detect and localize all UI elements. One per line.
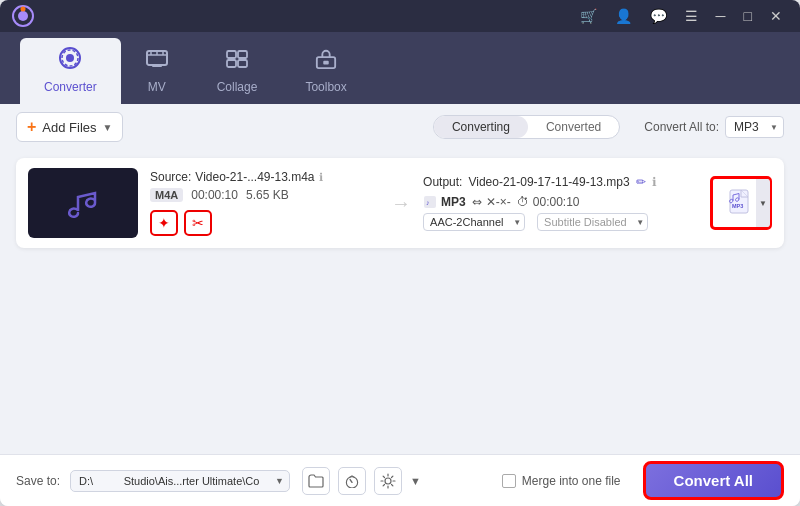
menu-icon[interactable]: ☰ [679, 6, 704, 26]
mv-icon [145, 48, 169, 76]
svg-rect-10 [227, 60, 236, 67]
svg-rect-11 [238, 60, 247, 67]
file-size: 5.65 KB [246, 188, 289, 202]
tab-toolbox-label: Toolbox [305, 80, 346, 94]
save-path-input[interactable] [70, 470, 290, 492]
file-output-section: Output: Video-21-09-17-11-49-13.mp3 ✏ ℹ … [423, 175, 698, 231]
svg-point-4 [66, 54, 74, 62]
tab-toolbox[interactable]: Toolbox [281, 40, 370, 104]
music-note-icon [63, 185, 103, 221]
convert-all-to-label: Convert All to: [644, 120, 719, 134]
folder-browse-button[interactable] [302, 467, 330, 495]
convert-all-to-section: Convert All to: MP3 MP4 AAC [644, 116, 784, 138]
output-info-icon[interactable]: ℹ [652, 175, 657, 189]
user-icon[interactable]: 👤 [609, 6, 638, 26]
source-filename: Video-21-...49-13.m4a [195, 170, 314, 184]
clock-icon: ⏱ [517, 195, 529, 209]
svg-point-2 [21, 7, 26, 12]
resize-icon: ⇔ [472, 195, 482, 209]
settings-button[interactable] [374, 467, 402, 495]
add-files-caret-icon: ▼ [103, 122, 113, 133]
convert-all-button[interactable]: Convert All [643, 461, 784, 500]
bottom-bar: Save to: ▼ [0, 454, 800, 506]
add-files-button[interactable]: + Add Files ▼ [16, 112, 123, 142]
tab-mv-label: MV [148, 80, 166, 94]
tab-mv[interactable]: MV [121, 40, 193, 104]
format-select-wrap: MP3 MP4 AAC [725, 116, 784, 138]
chat-icon[interactable]: 💬 [644, 6, 673, 26]
clip-button[interactable]: ✦ [150, 210, 178, 236]
mp3-file-icon: MP3 [727, 189, 755, 217]
window-controls: 🛒 👤 💬 ☰ ─ □ ✕ [574, 6, 788, 26]
title-bar: 🛒 👤 💬 ☰ ─ □ ✕ [0, 0, 800, 32]
svg-point-19 [385, 478, 391, 484]
arrow-right-icon: → [391, 192, 411, 215]
converted-tab[interactable]: Converted [528, 116, 619, 138]
output-source-row: Output: Video-21-09-17-11-49-13.mp3 ✏ ℹ [423, 175, 698, 189]
file-meta-row: M4A 00:00:10 5.65 KB [150, 188, 379, 202]
output-duration-value: 00:00:10 [533, 195, 580, 209]
svg-rect-7 [152, 65, 162, 67]
converting-tab[interactable]: Converting [434, 116, 528, 138]
empty-drop-area [0, 310, 800, 454]
cut-button[interactable]: ✂ [184, 210, 212, 236]
output-format-label: MP3 [441, 195, 466, 209]
file-action-buttons: ✦ ✂ [150, 210, 379, 236]
plus-icon: + [27, 118, 36, 136]
channel-select[interactable]: AAC-2Channel AAC-1Channel [423, 213, 525, 231]
output-format-section: ♪ MP3 [423, 195, 466, 209]
status-tab-switcher: Converting Converted [433, 115, 620, 139]
app-logo [12, 5, 34, 27]
tab-collage-label: Collage [217, 80, 258, 94]
tab-converter[interactable]: Converter [20, 38, 121, 104]
source-label: Source: [150, 170, 191, 184]
speed-button[interactable] [338, 467, 366, 495]
tab-collage[interactable]: Collage [193, 40, 282, 104]
file-info-left: Source: Video-21-...49-13.m4a ℹ M4A 00:0… [150, 170, 379, 236]
svg-point-1 [18, 11, 28, 21]
output-label: Output: [423, 175, 462, 189]
bottom-icon-group: ▼ [302, 467, 421, 495]
toolbar: + Add Files ▼ Converting Converted Conve… [0, 104, 800, 150]
output-duration-section: ⏱ 00:00:10 [517, 195, 580, 209]
file-format-badge: M4A [150, 188, 183, 202]
format-select[interactable]: MP3 MP4 AAC [725, 116, 784, 138]
svg-text:♪: ♪ [426, 199, 430, 206]
add-files-label: Add Files [42, 120, 96, 135]
speed-icon [344, 473, 360, 488]
preview-thumbnail[interactable]: MP3 ▼ [710, 176, 772, 230]
file-list: Source: Video-21-...49-13.m4a ℹ M4A 00:0… [0, 150, 800, 310]
svg-text:MP3: MP3 [732, 203, 743, 209]
subtitle-select[interactable]: Subtitle Disabled [537, 213, 648, 231]
path-input-wrap: ▼ [70, 470, 290, 492]
preview-caret-icon[interactable]: ▼ [756, 179, 770, 227]
svg-rect-8 [227, 51, 236, 58]
merge-label: Merge into one file [522, 474, 621, 488]
music-icon: ♪ [423, 195, 437, 209]
main-window: 🛒 👤 💬 ☰ ─ □ ✕ Converter [0, 0, 800, 506]
save-to-label: Save to: [16, 474, 60, 488]
svg-rect-13 [323, 61, 329, 65]
collage-icon [225, 48, 249, 76]
file-item: Source: Video-21-...49-13.m4a ℹ M4A 00:0… [16, 158, 784, 248]
output-filename: Video-21-09-17-11-49-13.mp3 [468, 175, 629, 189]
svg-rect-9 [238, 51, 247, 58]
cart-icon[interactable]: 🛒 [574, 6, 603, 26]
settings-caret-icon[interactable]: ▼ [410, 475, 421, 487]
channel-select-wrap: AAC-2Channel AAC-1Channel [423, 213, 525, 231]
file-duration: 00:00:10 [191, 188, 238, 202]
output-quality-section: ⇔ ✕-×- [472, 195, 511, 209]
output-settings-row: ♪ MP3 ⇔ ✕-×- ⏱ 00:00:10 [423, 195, 698, 209]
main-content: + Add Files ▼ Converting Converted Conve… [0, 104, 800, 454]
output-edit-icon[interactable]: ✏ [636, 175, 646, 189]
minimize-icon[interactable]: ─ [710, 6, 732, 26]
gear-icon [380, 473, 396, 489]
close-icon[interactable]: ✕ [764, 6, 788, 26]
maximize-icon[interactable]: □ [738, 6, 758, 26]
merge-checkbox[interactable] [502, 474, 516, 488]
merge-section: Merge into one file [502, 474, 621, 488]
toolbox-icon [314, 48, 338, 76]
source-info-icon[interactable]: ℹ [319, 171, 323, 184]
tab-bar: Converter MV Collage [0, 32, 800, 104]
tab-converter-label: Converter [44, 80, 97, 94]
